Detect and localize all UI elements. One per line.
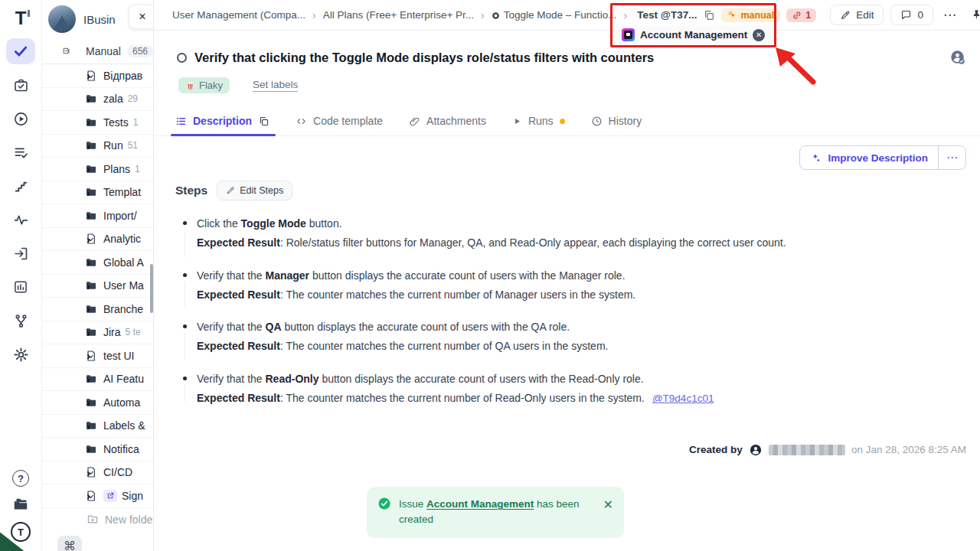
test-id[interactable]: Test @T37...	[637, 9, 697, 21]
tree-item-plans[interactable]: ›Plans1	[42, 158, 153, 181]
tree-item-automation[interactable]: ›Automa	[42, 391, 153, 415]
chevron-right-icon[interactable]: ›	[87, 326, 90, 339]
chevron-right-icon[interactable]: ›	[87, 186, 90, 199]
help-button[interactable]: ?	[12, 470, 29, 487]
chevron-right-icon[interactable]: ›	[87, 466, 90, 479]
stairs-icon	[14, 179, 28, 194]
chevron-right-icon[interactable]: ›	[87, 349, 90, 362]
chevron-right-icon[interactable]: ›	[87, 233, 90, 246]
tree-item-label: test UI	[103, 350, 134, 362]
test-reference-link[interactable]: @T9d4c1c01	[652, 393, 714, 404]
tree-item-notifications[interactable]: ›Notifica	[42, 438, 153, 461]
tree-item-count: 1	[135, 164, 140, 174]
tree-item-sign[interactable]: ›Sign	[42, 484, 153, 508]
chevron-right-icon[interactable]: ›	[87, 116, 90, 129]
chevron-right-icon[interactable]: ›	[87, 396, 90, 409]
keyboard-shortcut-badge[interactable]: ⌘	[57, 536, 82, 551]
rail-item-steps[interactable]	[6, 173, 35, 199]
edit-button[interactable]: Edit	[830, 5, 884, 25]
rail-item-import[interactable]	[6, 240, 35, 266]
new-folder-button[interactable]: New folder	[42, 508, 153, 532]
chevron-right-icon[interactable]: ›	[87, 93, 90, 106]
tree-item-run[interactable]: ›Run51	[42, 135, 153, 158]
rail-item-settings[interactable]	[6, 341, 35, 367]
chevron-right-icon[interactable]: ›	[87, 256, 90, 269]
tree-item-label: Tests	[103, 116, 129, 129]
more-actions-button[interactable]: ⋯	[940, 7, 960, 23]
chevron-right-icon[interactable]: ›	[87, 419, 90, 432]
toast-issue-link[interactable]: Account Management	[426, 498, 534, 510]
tree-item-user-management[interactable]: ›User Ma	[42, 275, 153, 298]
breadcrumb-suite[interactable]: Toggle Mode – Functio...	[492, 9, 617, 21]
linked-issue-tag[interactable]: Account Management ✕	[614, 25, 773, 45]
sidebar-close-button[interactable]: ×	[129, 5, 153, 29]
tree-item-templates[interactable]: ›Templat	[42, 181, 153, 205]
copy-icon[interactable]	[703, 9, 715, 21]
tree-item-ai-features[interactable]: ›AI Featu	[42, 368, 153, 392]
tab-code-template[interactable]: Code template	[296, 115, 383, 135]
tree-item-cicd[interactable]: ›CI/CD	[42, 461, 153, 485]
chevron-right-icon[interactable]: ›	[87, 69, 90, 82]
rail-item-plans[interactable]	[6, 139, 35, 165]
rail-item-branches[interactable]	[6, 308, 35, 334]
set-labels-link[interactable]: Set labels	[253, 79, 298, 92]
tab-description[interactable]: Description	[175, 115, 270, 135]
tree-item-import[interactable]: ›Import/	[42, 204, 153, 228]
improve-description-button[interactable]: Improve Description	[800, 146, 938, 169]
pin-button[interactable]	[967, 8, 980, 21]
chevron-right-icon[interactable]: ›	[87, 489, 90, 502]
breadcrumb-plan[interactable]: All Plans (Free+ Enterprise+ Pr...	[323, 9, 474, 21]
chevron-right-icon[interactable]: ›	[87, 302, 90, 315]
tree-item-global[interactable]: ›Global A	[42, 251, 153, 275]
rail-item-tests[interactable]	[6, 38, 35, 64]
tab-attachments[interactable]: Attachments	[409, 115, 486, 135]
tree-item-labels[interactable]: ›Labels &	[42, 415, 153, 439]
flaky-label: Flaky	[199, 80, 223, 91]
comments-button[interactable]: 0	[890, 5, 933, 25]
chevron-right-icon[interactable]: ›	[87, 162, 90, 175]
manual-type-badge[interactable]: manual	[721, 8, 780, 22]
test-status-circle[interactable]	[177, 53, 187, 63]
assignee-person-check-icon[interactable]	[949, 49, 966, 66]
edit-steps-button[interactable]: Edit Steps	[217, 181, 292, 201]
chevron-right-icon[interactable]: ›	[87, 139, 90, 152]
toast-close-button[interactable]: ✕	[603, 497, 613, 512]
breadcrumb-project[interactable]: User Management (Compa...	[172, 9, 305, 21]
flaky-badge[interactable]: Flaky	[178, 77, 230, 93]
tree-item-branches[interactable]: ›Branche	[42, 298, 153, 321]
rail-item-runs[interactable]	[6, 106, 35, 132]
created-by-label: Created by	[689, 444, 743, 455]
breadcrumb-separator: ›	[624, 9, 628, 21]
chevron-right-icon[interactable]: ›	[87, 442, 90, 455]
projects-folders-icon[interactable]	[12, 496, 29, 513]
tree-item-label: Jira	[103, 326, 121, 338]
rail-item-analytics[interactable]	[6, 207, 35, 233]
rail-item-reports[interactable]	[6, 274, 35, 300]
tree-item-vidprav[interactable]: ›Відправ	[42, 64, 153, 88]
project-avatar[interactable]	[48, 5, 76, 33]
tree-item-label: User Ma	[103, 279, 144, 292]
remove-tag-icon[interactable]: ✕	[753, 29, 765, 41]
steps-list: Click the Toggle Mode button. Expected R…	[154, 216, 980, 406]
rail-item-suites[interactable]	[6, 72, 35, 98]
copy-icon[interactable]	[258, 116, 270, 127]
chevron-right-icon[interactable]: ›	[87, 279, 90, 292]
chevron-right-icon[interactable]: ›	[87, 209, 90, 222]
tree-item-zala[interactable]: ›zala29	[42, 88, 153, 112]
linked-issues-badge[interactable]: 1	[786, 8, 816, 22]
tree-item-count: 29	[128, 93, 138, 104]
improve-more-button[interactable]: ⋯	[938, 146, 965, 169]
tree-item-test-ui[interactable]: ›test UI	[42, 344, 153, 368]
testomat-logo[interactable]: T	[15, 8, 27, 29]
tree-item-jira[interactable]: ›Jira5 te	[42, 321, 153, 345]
code-icon	[296, 116, 307, 127]
tab-runs[interactable]: Runs	[512, 115, 565, 135]
tab-label: History	[609, 115, 642, 127]
profile-logo-icon[interactable]: T	[11, 522, 31, 542]
tab-history[interactable]: History	[591, 115, 642, 135]
tree-item-analytics[interactable]: ›Analytic	[42, 228, 153, 252]
tree-item-tests[interactable]: ›Tests1	[42, 111, 153, 135]
chevron-right-icon[interactable]: ›	[87, 373, 90, 386]
view-selector[interactable]: Manual 656	[42, 38, 153, 64]
linked-issue-label: Account Management	[640, 29, 747, 41]
